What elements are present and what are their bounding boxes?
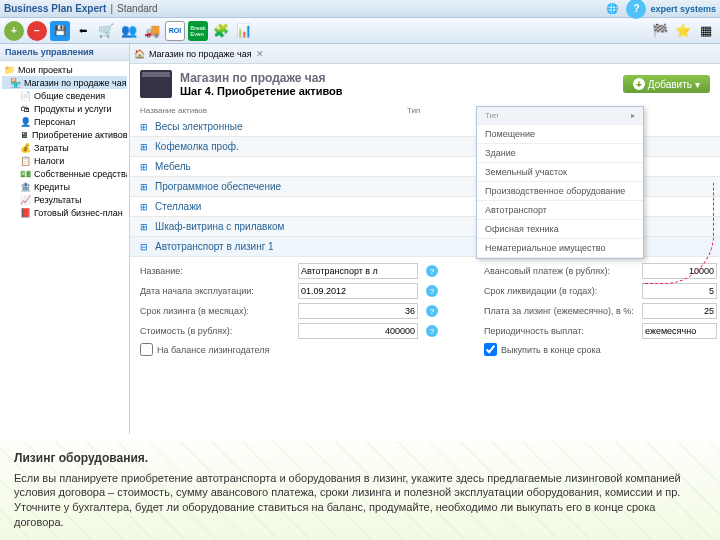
info-icon[interactable]: ?: [426, 305, 438, 317]
date-input[interactable]: [298, 283, 418, 299]
sidebar-header: Панель управления: [0, 44, 129, 61]
close-tab-icon[interactable]: ✕: [256, 49, 264, 59]
delete-button[interactable]: −: [27, 21, 47, 41]
info-icon[interactable]: ?: [426, 325, 438, 337]
tree-item[interactable]: 🛍Продукты и услуги: [2, 102, 127, 115]
brand-logo: expert systems: [650, 4, 716, 14]
help-icon[interactable]: ?: [626, 0, 646, 19]
roi-button[interactable]: ROI: [165, 21, 185, 41]
tree-root[interactable]: 📁Мои проекты: [2, 63, 127, 76]
people-icon[interactable]: 👥: [119, 21, 139, 41]
popup-item[interactable]: Нематериальное имущество: [477, 239, 643, 258]
titlebar: Business Plan Expert | Standard 🌐 ? expe…: [0, 0, 720, 18]
name-input[interactable]: [298, 263, 418, 279]
add-asset-button[interactable]: +Добавить ▾: [623, 75, 710, 93]
type-popup: Тип▸ Помещение Здание Земельный участок …: [476, 106, 644, 259]
tree-item[interactable]: 🏦Кредиты: [2, 180, 127, 193]
asset-details: Название:? Авансовый платеж (в рублях):?…: [130, 257, 720, 362]
advance-input[interactable]: [642, 263, 717, 279]
grid-icon[interactable]: ▦: [696, 21, 716, 41]
tree-item[interactable]: 🖥Приобретение активов: [2, 128, 127, 141]
star-icon[interactable]: ⭐: [673, 21, 693, 41]
period-input[interactable]: [642, 323, 717, 339]
lang-icon[interactable]: 🌐: [602, 0, 622, 19]
tree-item[interactable]: 💰Затраты: [2, 141, 127, 154]
flag-icon[interactable]: 🏁: [650, 21, 670, 41]
toolbar: + − 💾 ⬅ 🛒 👥 🚚 ROI BreakEven 🧩 📊 🏁 ⭐ ▦: [0, 18, 720, 44]
back-button[interactable]: ⬅: [73, 21, 93, 41]
tabs: 🏠 Магазин по продаже чая ✕: [130, 44, 720, 64]
edition: Standard: [117, 3, 158, 14]
tree-item[interactable]: 📈Результаты: [2, 193, 127, 206]
rate-input[interactable]: [642, 303, 717, 319]
puzzle-icon[interactable]: 🧩: [211, 21, 231, 41]
info-icon[interactable]: ?: [426, 265, 438, 277]
popup-item[interactable]: Офисная техника: [477, 220, 643, 239]
page-title: Магазин по продаже чая: [180, 71, 343, 85]
step-title: Шаг 4. Приобретение активов: [180, 85, 343, 97]
cart-icon[interactable]: 🛒: [96, 21, 116, 41]
tree-item[interactable]: 💵Собственные средства: [2, 167, 127, 180]
breakeven-button[interactable]: BreakEven: [188, 21, 208, 41]
popup-item[interactable]: Помещение: [477, 125, 643, 144]
tab[interactable]: Магазин по продаже чая: [149, 49, 252, 59]
popup-item[interactable]: Автотранспорт: [477, 201, 643, 220]
footer-heading: Лизинг оборудования.: [14, 451, 706, 465]
tree-item[interactable]: 👤Персонал: [2, 115, 127, 128]
chart-icon[interactable]: 📊: [234, 21, 254, 41]
popup-item[interactable]: Производственное оборудование: [477, 182, 643, 201]
footer: Лизинг оборудования. Если вы планируете …: [0, 441, 720, 540]
app-name: Business Plan Expert: [4, 3, 106, 14]
liq-input[interactable]: [642, 283, 717, 299]
term-input[interactable]: [298, 303, 418, 319]
popup-header: Тип▸: [477, 107, 643, 125]
info-icon[interactable]: ?: [426, 285, 438, 297]
add-button[interactable]: +: [4, 21, 24, 41]
footer-text: Если вы планируете приобретение автотран…: [14, 471, 706, 530]
cost-input[interactable]: [298, 323, 418, 339]
save-button[interactable]: 💾: [50, 21, 70, 41]
popup-item[interactable]: Земельный участок: [477, 163, 643, 182]
server-icon: [140, 70, 172, 98]
tree-item[interactable]: 📕Готовый бизнес-план: [2, 206, 127, 219]
tree-item[interactable]: 📄Общие сведения: [2, 89, 127, 102]
tree-item[interactable]: 📋Налоги: [2, 154, 127, 167]
sidebar: Панель управления 📁Мои проекты 🏪Магазин …: [0, 44, 130, 434]
buyout-checkbox[interactable]: [484, 343, 497, 356]
tree-project[interactable]: 🏪Магазин по продаже чая: [2, 76, 127, 89]
balance-checkbox[interactable]: [140, 343, 153, 356]
popup-item[interactable]: Здание: [477, 144, 643, 163]
truck-icon[interactable]: 🚚: [142, 21, 162, 41]
home-icon[interactable]: 🏠: [134, 49, 145, 59]
